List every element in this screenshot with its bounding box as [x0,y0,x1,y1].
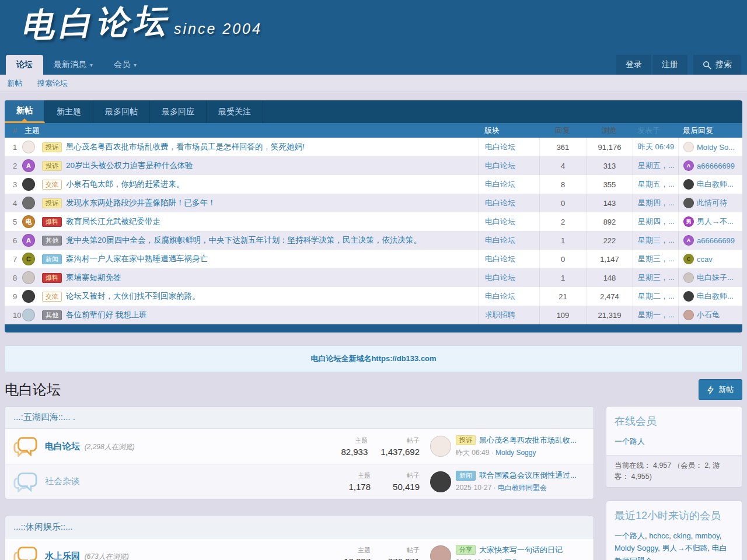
member-link[interactable]: hchcc [649,531,673,540]
topic-title-link[interactable]: 各位前辈们好 我想上班 [66,310,147,320]
topic-prefix-tag[interactable]: 交流 [42,292,62,302]
topic-starter-avatar[interactable]: 电 [22,215,35,228]
last-reply-user-link[interactable]: 小石龟 [697,310,720,320]
last-reply-user-link[interactable]: a66666699 [697,236,735,245]
subnav-new-posts[interactable]: 新帖 [7,78,22,89]
last-reply-avatar[interactable]: 男 [683,216,694,227]
member-link[interactable]: 男人→不归路 [662,544,711,552]
last-reply-avatar[interactable]: A [683,160,694,171]
topic-prefix-tag[interactable]: 其他 [42,236,62,246]
last-reply-avatar[interactable] [683,310,694,320]
last-reply-user-link[interactable]: Moldy So... [697,143,735,152]
last-post-title-link[interactable]: 大家快来写一句话的日记 [479,545,563,555]
last-reply-avatar[interactable] [683,142,694,152]
topic-title-link[interactable]: 发现水东两处路段沙井盖像陷阱！已多年！ [66,198,216,208]
last-post-title-link[interactable]: 联合国紧急会议压倒性通过... [479,470,577,481]
category-header[interactable]: ...:五湖四海::... . [5,407,594,429]
subnav-search-forums[interactable]: 搜索论坛 [37,78,68,89]
last-reply-avatar[interactable] [683,291,694,302]
posted-date-link[interactable]: 昨天 06:49 [638,142,674,152]
forum-name-link[interactable]: 社会杂谈 [45,476,80,486]
forum-link[interactable]: 电白论坛 [485,198,515,208]
search-button[interactable]: 搜索 [693,55,741,75]
last-post-tag[interactable]: 投诉 [456,435,476,445]
last-reply-avatar[interactable] [683,198,694,208]
last-post-avatar[interactable] [430,471,451,492]
posted-date-link[interactable]: 星期五，... [638,179,675,190]
new-post-button[interactable]: 新帖 [699,379,742,400]
forum-link[interactable]: 电白论坛 [485,235,515,246]
topic-starter-avatar[interactable] [22,290,35,303]
member-link[interactable]: 一个路人 [615,531,649,540]
topic-starter-avatar[interactable]: A [22,234,35,247]
category-header[interactable]: ...::休闲娱乐::... [5,516,594,538]
forum-link[interactable]: 电白论坛 [485,216,515,227]
widget-tab-most-replies[interactable]: 最多回帖 [93,100,150,123]
last-post-title-link[interactable]: 黑心茂名粤西农批市场乱收... [479,435,577,446]
nav-tab-members[interactable]: 会员 ▾ [103,55,147,75]
topic-title-link[interactable]: 森沟村一户人家在家中熟睡遭遇车祸身亡 [66,254,208,264]
site-logo[interactable]: 电白论坛 since 2004 [21,5,262,41]
last-post-avatar[interactable] [430,545,451,560]
forum-link[interactable]: 电白论坛 [485,254,515,264]
last-reply-user-link[interactable]: ccav [697,255,713,264]
last-post-tag[interactable]: 分享 [456,545,476,555]
forum-link[interactable]: 电白论坛 [485,291,515,302]
last-reply-avatar[interactable]: A [683,235,694,246]
topic-prefix-tag[interactable]: 投诉 [42,161,62,171]
forum-name-link[interactable]: 水上乐园 [45,551,80,560]
topic-prefix-tag[interactable]: 爆料 [42,273,62,283]
topic-starter-avatar[interactable] [22,271,35,284]
topic-starter-avatar[interactable]: C [22,253,35,265]
last-post-user-link[interactable]: 电白教师同盟会 [498,484,547,492]
posted-date-link[interactable]: 星期五，... [638,160,675,171]
topic-starter-avatar[interactable] [22,141,35,153]
forum-link[interactable]: 电白论坛 [485,179,515,190]
topic-starter-avatar[interactable] [22,309,35,321]
posted-date-link[interactable]: 星期三，... [638,235,675,246]
topic-prefix-tag[interactable]: 投诉 [42,198,62,208]
posted-date-link[interactable]: 星期一，... [638,310,675,320]
posted-date-link[interactable]: 星期二，... [638,291,675,302]
topic-title-link[interactable]: 小泉石龟太郎，你妈的赶紧进来。 [66,179,184,190]
widget-tab-new-posts[interactable]: 新帖 [5,100,45,123]
login-button[interactable]: 登录 [616,55,651,75]
nav-tab-whats-new[interactable]: 最新消息 ▾ [43,55,103,75]
register-button[interactable]: 注册 [652,55,687,75]
last-post-tag[interactable]: 新闻 [456,471,476,481]
nav-tab-forums[interactable]: 论坛 [6,55,43,75]
topic-title-link[interactable]: 论坛又被封，大伙们找不到回家的路。 [66,291,200,302]
topic-prefix-tag[interactable]: 爆料 [42,217,62,227]
last-reply-avatar[interactable] [683,179,694,190]
forum-link[interactable]: 电白论坛 [485,142,515,152]
last-reply-user-link[interactable]: 此情可待 [697,198,727,208]
topic-prefix-tag[interactable]: 新闻 [42,254,62,264]
topic-prefix-tag[interactable]: 投诉 [42,142,62,152]
topic-title-link[interactable]: 教育局长江允武被纪委带走 [66,216,160,227]
topic-starter-avatar[interactable]: A [22,159,35,172]
last-reply-user-link[interactable]: 男人→不... [697,216,734,227]
member-link[interactable]: 一个路人 [615,437,645,446]
forum-link[interactable]: 电白论坛 [485,272,515,283]
widget-tab-most-reactions[interactable]: 最多回应 [150,100,207,123]
last-reply-user-link[interactable]: 电白教师... [697,291,734,302]
topic-prefix-tag[interactable]: 其他 [42,310,62,320]
topic-starter-avatar[interactable] [22,178,35,191]
last-post-user-link[interactable]: Moldy Soggy [495,449,536,457]
forum-link[interactable]: 求职招聘 [485,310,515,320]
topic-prefix-tag[interactable]: 交流 [42,180,62,190]
topic-title-link[interactable]: 柬埔寨短期免签 [66,272,121,283]
notice-domain-link[interactable]: 电白论坛全新域名https://db133.com [310,354,436,363]
posted-date-link[interactable]: 星期四，... [638,198,675,208]
topic-title-link[interactable]: 黑心茂名粤西农批市场乱收费，看市场员工是怎样回答的，笑死她妈! [66,142,305,152]
last-post-user-link[interactable]: 小石龟 [497,558,518,560]
forum-link[interactable]: 电白论坛 [485,160,515,171]
last-reply-user-link[interactable]: 电白妹子... [697,272,734,283]
member-link[interactable]: cking [673,531,695,540]
posted-date-link[interactable]: 星期四，... [638,216,675,227]
last-reply-user-link[interactable]: 电白教师... [697,179,734,190]
forum-name-link[interactable]: 电白论坛 [45,441,80,451]
topic-title-link[interactable]: 20岁出头被公权力迫害是种什么体验 [66,160,193,171]
last-post-avatar[interactable] [430,436,451,457]
last-reply-user-link[interactable]: a66666699 [697,162,735,170]
